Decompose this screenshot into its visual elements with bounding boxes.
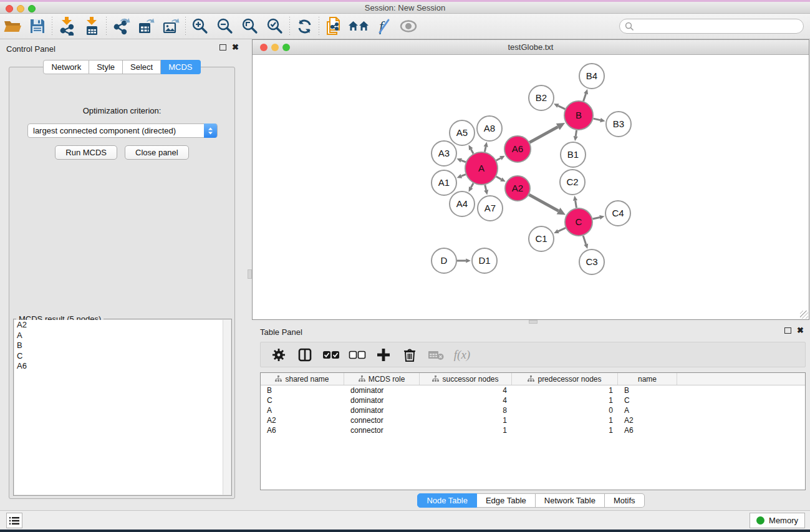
table-cell[interactable]: A6 bbox=[261, 425, 344, 435]
edge-C-C1[interactable] bbox=[558, 228, 566, 231]
close-panel-icon[interactable]: ✖ bbox=[232, 44, 239, 51]
table-cell[interactable]: dominator bbox=[344, 405, 420, 415]
table-cell[interactable]: A2 bbox=[618, 415, 677, 425]
tab-motifs[interactable]: Motifs bbox=[605, 493, 645, 508]
zoom-in-button[interactable] bbox=[188, 16, 213, 37]
table-settings-button[interactable] bbox=[267, 344, 291, 365]
unselect-all-rows-button[interactable] bbox=[345, 344, 369, 365]
column-header-MCDS-role[interactable]: MCDS role bbox=[344, 373, 420, 385]
memory-button[interactable]: Memory bbox=[750, 513, 805, 528]
eye-button[interactable] bbox=[396, 16, 421, 37]
network-from-document-button[interactable] bbox=[321, 16, 346, 37]
edge-B-B3[interactable] bbox=[593, 118, 600, 120]
edge-A-A3[interactable] bbox=[461, 160, 466, 162]
close-panel-button[interactable]: Close panel bbox=[125, 145, 189, 160]
column-header-name[interactable]: name bbox=[618, 373, 677, 385]
tab-network[interactable]: Network bbox=[43, 60, 89, 74]
edge-A6-B[interactable] bbox=[529, 127, 557, 142]
search-field[interactable] bbox=[619, 19, 804, 34]
table-cell[interactable]: 1 bbox=[512, 415, 618, 425]
import-network-button[interactable] bbox=[54, 16, 79, 37]
table-cell[interactable]: A bbox=[261, 405, 344, 415]
table-cell[interactable]: 0 bbox=[512, 405, 618, 415]
edge-A-A6[interactable] bbox=[496, 158, 501, 161]
search-input[interactable] bbox=[634, 20, 803, 32]
table-row[interactable]: A2connector11A2 bbox=[261, 415, 805, 425]
refresh-button[interactable] bbox=[292, 16, 317, 37]
table-row[interactable]: A6connector11A6 bbox=[261, 425, 805, 435]
table-cell[interactable]: A2 bbox=[261, 415, 344, 425]
close-panel-icon[interactable]: ✖ bbox=[797, 327, 804, 334]
table-cell[interactable]: C bbox=[261, 395, 344, 405]
edge-A-A8[interactable] bbox=[485, 147, 486, 152]
result-list-item[interactable]: A6 bbox=[14, 361, 231, 372]
toggle-graphics-details-button[interactable]: f bbox=[371, 16, 396, 37]
table-cell[interactable]: connector bbox=[344, 415, 420, 425]
delete-table-button[interactable] bbox=[424, 344, 448, 365]
zoom-out-button[interactable] bbox=[213, 16, 238, 37]
window-resize-grip[interactable] bbox=[800, 311, 808, 319]
import-table-button[interactable] bbox=[79, 16, 104, 37]
tab-network-table[interactable]: Network Table bbox=[536, 493, 605, 508]
table-cell[interactable]: 4 bbox=[420, 395, 512, 405]
table-cell[interactable]: B bbox=[261, 385, 344, 395]
column-header-successor-nodes[interactable]: successor nodes bbox=[420, 373, 512, 385]
run-mcds-button[interactable]: Run MCDS bbox=[55, 145, 117, 160]
network-window-titlebar[interactable]: testGlobe.txt bbox=[253, 40, 809, 55]
edge-A-A5[interactable] bbox=[471, 149, 473, 153]
edge-A2-C[interactable] bbox=[529, 195, 558, 211]
table-cell[interactable]: 1 bbox=[420, 415, 512, 425]
table-cell[interactable]: A bbox=[618, 405, 677, 415]
table-cell[interactable]: dominator bbox=[344, 395, 420, 405]
criterion-dropdown[interactable]: largest connected component (directed) bbox=[27, 123, 218, 138]
table-cell[interactable]: 1 bbox=[512, 385, 618, 395]
tab-edge-table[interactable]: Edge Table bbox=[477, 493, 536, 508]
edge-B-B2[interactable] bbox=[558, 106, 565, 109]
export-table-button[interactable] bbox=[133, 16, 158, 37]
result-list-item[interactable]: A2 bbox=[14, 320, 231, 331]
edge-A-A2[interactable] bbox=[496, 177, 501, 180]
result-list-item[interactable]: C bbox=[14, 351, 231, 362]
float-panel-icon[interactable] bbox=[219, 44, 226, 51]
table-cell[interactable]: B bbox=[618, 385, 677, 395]
float-panel-icon[interactable] bbox=[784, 327, 791, 334]
result-scrollbar[interactable] bbox=[223, 320, 231, 495]
edge-A-A1[interactable] bbox=[461, 175, 466, 177]
add-row-button[interactable] bbox=[372, 344, 395, 365]
table-cell[interactable]: 8 bbox=[420, 405, 512, 415]
table-cell[interactable]: 4 bbox=[420, 385, 512, 395]
show-columns-button[interactable] bbox=[293, 344, 317, 365]
zoom-fit-button[interactable] bbox=[238, 16, 263, 37]
mcds-result-list[interactable]: A2ABCA6 bbox=[14, 320, 231, 495]
table-cell[interactable]: dominator bbox=[344, 385, 420, 395]
save-session-button[interactable] bbox=[25, 16, 50, 37]
table-cell[interactable]: A6 bbox=[618, 425, 677, 435]
table-row[interactable]: Adominator80A bbox=[261, 405, 805, 415]
tab-style[interactable]: Style bbox=[89, 60, 123, 74]
result-list-item[interactable]: B bbox=[14, 341, 231, 351]
function-builder-button[interactable]: f(x) bbox=[450, 344, 474, 365]
table-cell[interactable]: connector bbox=[344, 425, 420, 435]
export-network-button[interactable] bbox=[108, 16, 133, 37]
edge-B-B4[interactable] bbox=[584, 94, 586, 101]
export-image-button[interactable] bbox=[158, 16, 183, 37]
table-row[interactable]: Bdominator41B bbox=[261, 385, 805, 395]
table-cell[interactable]: 1 bbox=[420, 425, 512, 435]
edge-A-A7[interactable] bbox=[485, 185, 486, 190]
delete-row-button[interactable] bbox=[398, 344, 422, 365]
column-header-predecessor-nodes[interactable]: predecessor nodes bbox=[512, 373, 618, 385]
network-canvas[interactable]: B4B2BB3A5A8A6A3B1AA1C2A2A4A7C4CC1DD1C3 bbox=[253, 56, 808, 319]
table-cell[interactable]: 1 bbox=[512, 425, 618, 435]
tab-node-table[interactable]: Node Table bbox=[417, 493, 477, 508]
result-list-item[interactable]: A bbox=[14, 331, 231, 341]
edge-C-C4[interactable] bbox=[592, 217, 599, 219]
tab-select[interactable]: Select bbox=[123, 60, 161, 74]
tab-mcds[interactable]: MCDS bbox=[161, 60, 200, 74]
node-table[interactable]: shared nameMCDS rolesuccessor nodesprede… bbox=[260, 372, 806, 490]
table-row[interactable]: Cdominator41C bbox=[261, 395, 805, 405]
edge-C-C2[interactable] bbox=[576, 200, 577, 208]
zoom-selected-button[interactable] bbox=[263, 16, 287, 37]
select-all-rows-button[interactable] bbox=[319, 344, 343, 365]
edge-C-C3[interactable] bbox=[583, 236, 586, 244]
open-file-button[interactable] bbox=[0, 16, 25, 37]
